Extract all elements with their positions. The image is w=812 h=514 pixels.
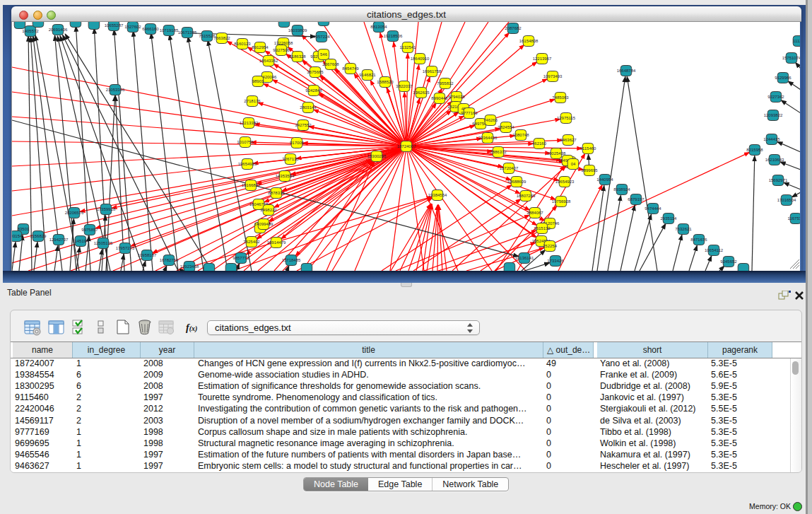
svg-text:9327506: 9327506 bbox=[273, 48, 290, 52]
svg-text:3498222: 3498222 bbox=[260, 208, 277, 212]
svg-text:16543362: 16543362 bbox=[259, 59, 278, 63]
svg-text:2718176: 2718176 bbox=[244, 99, 261, 103]
svg-text:9474444: 9474444 bbox=[645, 206, 661, 211]
svg-text:16154808: 16154808 bbox=[519, 39, 539, 43]
svg-text:7663822: 7663822 bbox=[213, 36, 230, 40]
svg-text:8471676: 8471676 bbox=[690, 238, 707, 242]
svg-text:6794028: 6794028 bbox=[448, 95, 465, 99]
svg-text:16782759: 16782759 bbox=[160, 258, 179, 262]
svg-text:19384554: 19384554 bbox=[428, 193, 447, 197]
svg-text:9899695: 9899695 bbox=[581, 168, 598, 173]
svg-text:1145194: 1145194 bbox=[73, 239, 90, 243]
svg-text:10688609: 10688609 bbox=[507, 180, 526, 184]
svg-text:1010755: 1010755 bbox=[237, 140, 254, 144]
svg-text:8160123: 8160123 bbox=[234, 42, 251, 46]
svg-text:15718485: 15718485 bbox=[282, 258, 301, 262]
svg-text:16033809: 16033809 bbox=[288, 28, 307, 33]
svg-text:12213382: 12213382 bbox=[240, 121, 259, 125]
svg-text:12942737: 12942737 bbox=[49, 238, 69, 242]
svg-text:20206576: 20206576 bbox=[65, 211, 84, 215]
svg-text:10655287: 10655287 bbox=[105, 23, 124, 28]
svg-text:11125: 11125 bbox=[793, 39, 800, 43]
svg-text:f(x): f(x) bbox=[186, 322, 197, 333]
svg-text:15751074: 15751074 bbox=[782, 56, 800, 60]
svg-text:12975115: 12975115 bbox=[557, 116, 576, 120]
svg-text:6879197: 6879197 bbox=[628, 197, 645, 201]
svg-text:9146821: 9146821 bbox=[359, 73, 376, 77]
svg-text:1615132: 1615132 bbox=[534, 226, 551, 230]
svg-text:7357224: 7357224 bbox=[313, 35, 330, 39]
svg-text:93154: 93154 bbox=[12, 234, 23, 238]
svg-text:7625402: 7625402 bbox=[243, 240, 260, 244]
svg-text:2803144: 2803144 bbox=[300, 105, 317, 110]
svg-text:20364436: 20364436 bbox=[478, 136, 498, 140]
svg-text:10958187: 10958187 bbox=[138, 253, 157, 257]
svg-text:14099489: 14099489 bbox=[254, 222, 273, 226]
svg-text:12093822: 12093822 bbox=[764, 113, 783, 117]
svg-text:12213967: 12213967 bbox=[533, 57, 552, 61]
svg-text:20691406: 20691406 bbox=[49, 28, 68, 32]
svg-text:2367608: 2367608 bbox=[322, 62, 339, 66]
svg-text:3822037: 3822037 bbox=[396, 84, 413, 88]
svg-text:04: 04 bbox=[571, 162, 576, 166]
svg-text:3267130: 3267130 bbox=[282, 157, 299, 161]
svg-text:3427552: 3427552 bbox=[295, 123, 312, 127]
svg-text:9227342: 9227342 bbox=[767, 95, 784, 99]
svg-text:10025438: 10025438 bbox=[547, 151, 566, 156]
svg-text:8215958: 8215958 bbox=[746, 148, 763, 152]
svg-text:1733426: 1733426 bbox=[547, 259, 564, 263]
svg-text:1405572: 1405572 bbox=[22, 29, 39, 33]
svg-text:7485063: 7485063 bbox=[552, 95, 569, 100]
svg-text:8938924: 8938924 bbox=[613, 187, 630, 192]
svg-text:9242848: 9242848 bbox=[305, 88, 322, 93]
svg-text:1132541: 1132541 bbox=[400, 45, 417, 49]
svg-text:7955812: 7955812 bbox=[437, 81, 454, 86]
svg-text:2087682: 2087682 bbox=[505, 26, 522, 30]
svg-text:9245652: 9245652 bbox=[720, 259, 737, 264]
svg-text:9115460: 9115460 bbox=[580, 146, 597, 151]
svg-text:8454749: 8454749 bbox=[342, 66, 359, 71]
svg-text:2935114: 2935114 bbox=[661, 216, 678, 221]
svg-text:546: 546 bbox=[320, 52, 328, 57]
svg-text:10719185: 10719185 bbox=[160, 28, 179, 33]
svg-text:1362615: 1362615 bbox=[413, 90, 430, 95]
svg-text:3675685: 3675685 bbox=[307, 70, 324, 74]
svg-text:1440954: 1440954 bbox=[596, 177, 613, 182]
svg-text:1167533: 1167533 bbox=[788, 216, 800, 221]
svg-text:16210643: 16210643 bbox=[765, 158, 784, 162]
svg-text:7632621: 7632621 bbox=[675, 227, 692, 231]
svg-text:1588520: 1588520 bbox=[377, 80, 394, 84]
svg-text:15720407: 15720407 bbox=[500, 166, 519, 170]
svg-text:19166827: 19166827 bbox=[242, 183, 261, 187]
svg-text:7886372: 7886372 bbox=[490, 150, 507, 154]
svg-text:19218506: 19218506 bbox=[384, 34, 403, 38]
svg-text:6466160: 6466160 bbox=[142, 27, 159, 31]
svg-text:9975857: 9975857 bbox=[81, 228, 98, 232]
svg-text:21053346: 21053346 bbox=[106, 88, 125, 92]
svg-text:917006: 917006 bbox=[290, 141, 305, 145]
svg-text:14136141: 14136141 bbox=[515, 256, 534, 260]
svg-text:12923468: 12923468 bbox=[180, 264, 199, 269]
svg-text:1527602: 1527602 bbox=[124, 25, 141, 29]
svg-text:10973493: 10973493 bbox=[543, 74, 563, 78]
svg-text:9777169: 9777169 bbox=[461, 111, 478, 115]
svg-text:252254: 252254 bbox=[543, 244, 558, 248]
svg-text:3824554: 3824554 bbox=[498, 125, 514, 129]
svg-text:17957275: 17957275 bbox=[116, 246, 135, 250]
svg-text:18300295: 18300295 bbox=[367, 154, 387, 158]
svg-text:10654112: 10654112 bbox=[705, 248, 724, 252]
svg-text:8878334: 8878334 bbox=[268, 191, 285, 195]
svg-text:16648784: 16648784 bbox=[617, 69, 636, 73]
svg-text:18807249: 18807249 bbox=[517, 194, 536, 198]
svg-text:462160: 462160 bbox=[532, 141, 547, 146]
svg-text:18724007: 18724007 bbox=[397, 144, 416, 148]
svg-text:12505135: 12505135 bbox=[94, 241, 113, 245]
svg-text:1156829: 1156829 bbox=[30, 234, 47, 238]
svg-text:15692971: 15692971 bbox=[769, 178, 788, 182]
svg-text:19654933: 19654933 bbox=[238, 162, 257, 166]
svg-text:19756928: 19756928 bbox=[552, 199, 571, 204]
svg-text:8912954: 8912954 bbox=[252, 45, 269, 49]
svg-text:10671385: 10671385 bbox=[178, 30, 197, 35]
svg-text:19654923: 19654923 bbox=[555, 180, 575, 184]
svg-text:8813054: 8813054 bbox=[370, 25, 387, 29]
